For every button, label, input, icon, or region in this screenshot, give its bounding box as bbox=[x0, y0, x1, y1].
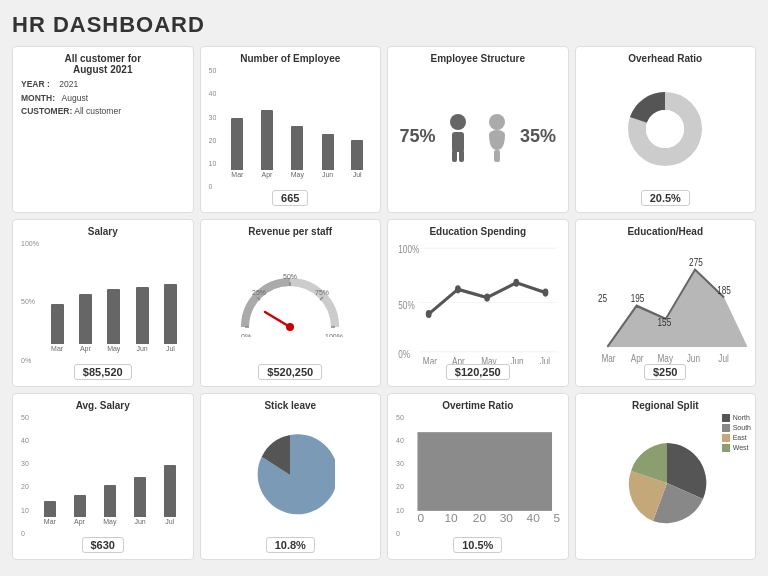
avg-bar-jun: Jun bbox=[134, 477, 146, 525]
avg-bar-may: May bbox=[103, 485, 116, 525]
card-title-emp-structure: Employee Structure bbox=[431, 53, 525, 64]
card-title-employee: Number of Employee bbox=[240, 53, 340, 64]
svg-point-28 bbox=[455, 286, 461, 294]
regional-svg bbox=[625, 441, 710, 526]
dashboard-grid: All customer forAugust 2021 YEAR : 2021 … bbox=[12, 46, 756, 560]
legend-west: West bbox=[722, 444, 751, 452]
card-edu-spending: Education Spending 100% 50% 0% bbox=[387, 219, 569, 386]
male-icon bbox=[442, 112, 474, 162]
edu-spending-svg: 100% 50% 0% Mar Apr May Jun bbox=[396, 240, 560, 363]
salary-value: $85,520 bbox=[74, 364, 132, 380]
svg-text:0: 0 bbox=[417, 511, 424, 524]
card-title-edu-spending: Education Spending bbox=[429, 226, 526, 237]
donut-svg bbox=[625, 89, 705, 169]
salary-bar-apr: Apr bbox=[79, 294, 92, 352]
overhead-donut bbox=[625, 67, 705, 190]
salary-bar-mar: Mar bbox=[51, 304, 64, 352]
east-label: East bbox=[733, 434, 747, 441]
svg-point-30 bbox=[513, 279, 519, 287]
regional-legend: North South East West bbox=[722, 414, 751, 454]
edu-head-value: $250 bbox=[644, 364, 686, 380]
svg-text:Mar: Mar bbox=[601, 352, 616, 364]
svg-text:100%: 100% bbox=[398, 243, 419, 256]
edu-spending-chart: 100% 50% 0% Mar Apr May Jun bbox=[396, 240, 560, 363]
stick-leave-value: 10.8% bbox=[266, 537, 315, 553]
svg-point-27 bbox=[426, 310, 432, 318]
salary-bar-chart: 100%50%0% Mar Apr May bbox=[21, 240, 185, 363]
legend-east: East bbox=[722, 434, 751, 442]
legend-north: North bbox=[722, 414, 751, 422]
card-salary: Salary 100%50%0% Mar Apr bbox=[12, 219, 194, 386]
card-edu-head: Education/Head 25 195 155 275 185 Mar Ap… bbox=[575, 219, 757, 386]
svg-text:40: 40 bbox=[527, 511, 541, 524]
east-dot bbox=[722, 434, 730, 442]
svg-rect-48 bbox=[417, 432, 552, 511]
legend-south: South bbox=[722, 424, 751, 432]
emp-structure-display: 75% 35% bbox=[396, 67, 560, 206]
card-title-avg-salary: Avg. Salary bbox=[76, 400, 130, 411]
avg-bar-apr: Apr bbox=[74, 495, 86, 525]
svg-text:50%: 50% bbox=[398, 299, 414, 312]
svg-text:Jul: Jul bbox=[718, 352, 728, 364]
card-regional: Regional Split North South bbox=[575, 393, 757, 560]
svg-text:275: 275 bbox=[689, 256, 703, 269]
card-title-revenue: Revenue per staff bbox=[248, 226, 332, 237]
svg-text:75%: 75% bbox=[315, 289, 329, 296]
edu-head-chart: 25 195 155 275 185 Mar Apr May Jun Jul bbox=[584, 240, 748, 363]
north-label: North bbox=[733, 414, 750, 421]
svg-text:Jul: Jul bbox=[540, 355, 550, 364]
svg-text:195: 195 bbox=[630, 292, 644, 305]
overtime-value: 10.5% bbox=[453, 537, 502, 553]
female-pct: 35% bbox=[520, 126, 556, 147]
bar-mar: Mar bbox=[231, 118, 243, 178]
svg-point-0 bbox=[450, 114, 466, 130]
salary-bar-jun: Jun bbox=[136, 287, 149, 352]
card-emp-structure: Employee Structure 75% 35% bbox=[387, 46, 569, 213]
svg-text:25: 25 bbox=[598, 292, 607, 305]
svg-line-14 bbox=[265, 312, 290, 327]
overtime-svg: 0 10 20 30 40 50 bbox=[410, 425, 560, 525]
svg-rect-5 bbox=[494, 150, 500, 162]
svg-text:Apr: Apr bbox=[452, 355, 465, 364]
gauge-svg: 0% 25% 50% 75% 100% bbox=[235, 267, 345, 337]
avg-bar-mar: Mar bbox=[44, 501, 56, 525]
south-dot bbox=[722, 424, 730, 432]
svg-text:10: 10 bbox=[444, 511, 458, 524]
west-dot bbox=[722, 444, 730, 452]
regional-pie bbox=[621, 414, 710, 553]
svg-text:0%: 0% bbox=[398, 348, 410, 361]
svg-marker-37 bbox=[607, 270, 747, 347]
svg-text:May: May bbox=[481, 355, 496, 364]
svg-text:20: 20 bbox=[473, 511, 487, 524]
card-avg-salary: Avg. Salary 50403020100 Mar Apr bbox=[12, 393, 194, 560]
card-revenue: Revenue per staff 0% 25% 50% bbox=[200, 219, 382, 386]
svg-text:100%: 100% bbox=[325, 333, 343, 337]
employee-count-value: 665 bbox=[272, 190, 308, 206]
bar-may: May bbox=[291, 126, 304, 178]
svg-text:25%: 25% bbox=[252, 289, 266, 296]
female-icon bbox=[481, 112, 513, 162]
svg-rect-3 bbox=[459, 150, 464, 162]
bar-jun: Jun bbox=[322, 134, 334, 178]
y-axis-employee: 50403020100 bbox=[209, 67, 217, 190]
svg-rect-1 bbox=[452, 132, 464, 152]
card-title-edu-head: Education/Head bbox=[627, 226, 703, 237]
svg-text:155: 155 bbox=[657, 315, 671, 328]
svg-text:Jun: Jun bbox=[686, 352, 699, 364]
svg-text:50%: 50% bbox=[283, 273, 297, 280]
salary-bar-jul: Jul bbox=[164, 284, 177, 352]
west-label: West bbox=[733, 444, 749, 451]
avg-salary-value: $630 bbox=[82, 537, 124, 553]
svg-text:30: 30 bbox=[500, 511, 514, 524]
avg-bar-jul: Jul bbox=[164, 465, 176, 525]
svg-text:Mar: Mar bbox=[423, 355, 438, 364]
card-all-customer: All customer forAugust 2021 YEAR : 2021 … bbox=[12, 46, 194, 213]
svg-text:Apr: Apr bbox=[630, 352, 643, 364]
edu-spending-value: $120,250 bbox=[446, 364, 510, 380]
page-title: HR DASHBOARD bbox=[12, 12, 756, 38]
card-stick-leave: Stick leave 10.8% bbox=[200, 393, 382, 560]
card-title-overhead: Overhead Ratio bbox=[628, 53, 702, 64]
edu-head-svg: 25 195 155 275 185 Mar Apr May Jun Jul bbox=[584, 240, 748, 363]
svg-point-15 bbox=[286, 323, 294, 331]
card-title-stick-leave: Stick leave bbox=[264, 400, 316, 411]
